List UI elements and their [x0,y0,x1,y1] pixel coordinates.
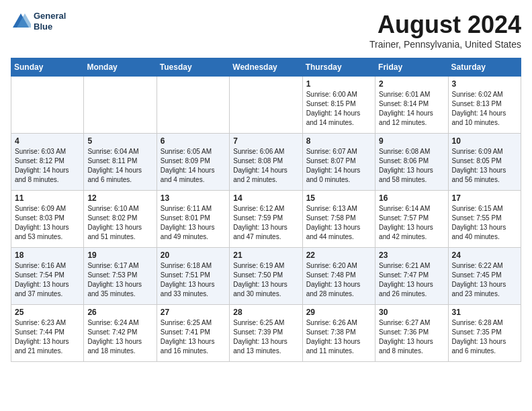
title-area: August 2024 Trainer, Pennsylvania, Unite… [369,11,521,50]
header-friday: Friday [375,58,448,77]
header-row: SundayMondayTuesdayWednesdayThursdayFrid… [11,58,521,77]
day-number: 17 [452,193,517,203]
day-number: 19 [87,250,152,260]
cell-info-line: and 23 minutes. [452,289,517,299]
cell-info-line: Daylight: 13 hours [15,223,80,232]
cell-info-line: and 35 minutes. [87,289,152,299]
cell-info-line: and 12 minutes. [379,118,444,128]
week-row-5: 25Sunrise: 6:23 AMSunset: 7:44 PMDayligh… [11,305,521,362]
cell-info-line: Sunset: 8:03 PM [15,214,80,223]
day-number: 14 [233,193,298,203]
cell-info-line: Sunset: 7:44 PM [15,328,80,337]
cell-info-line: Daylight: 13 hours [306,280,371,289]
day-number: 8 [306,136,371,146]
cell-info-line: and 58 minutes. [379,175,444,185]
cell-info-line: Sunrise: 6:16 AM [15,261,80,271]
header-monday: Monday [84,58,157,77]
cell-info-line: Daylight: 13 hours [161,337,226,347]
page-header: General Blue August 2024 Trainer, Pennsy… [11,11,521,50]
cell-info-line: Sunrise: 6:18 AM [161,261,226,271]
calendar-cell: 7Sunrise: 6:06 AMSunset: 8:08 PMDaylight… [230,134,302,191]
cell-info-line: Daylight: 14 hours [87,166,152,175]
day-number: 9 [379,136,444,146]
cell-info-line: Sunset: 7:57 PM [379,214,444,223]
calendar-cell: 27Sunrise: 6:25 AMSunset: 7:41 PMDayligh… [157,305,229,362]
cell-info-line: Sunrise: 6:22 AM [452,261,517,271]
cell-info-line: Sunset: 8:06 PM [379,156,444,166]
cell-info-line: Sunset: 8:05 PM [452,156,517,166]
calendar-cell: 6Sunrise: 6:05 AMSunset: 8:09 PMDaylight… [157,134,229,191]
cell-info-line: and 8 minutes. [379,347,444,356]
calendar-cell [84,77,157,134]
cell-info-line: Daylight: 13 hours [15,337,80,347]
cell-info-line: Daylight: 13 hours [452,223,517,232]
day-number: 15 [306,193,371,203]
cell-info-line: and 6 minutes. [452,347,517,356]
calendar-cell [11,77,84,134]
cell-info-line: and 21 minutes. [15,347,80,356]
day-number: 18 [15,250,80,260]
cell-info-line: Sunrise: 6:12 AM [233,204,298,214]
cell-info-line: Sunset: 7:39 PM [233,328,298,337]
cell-info-line: Sunrise: 6:24 AM [87,318,152,328]
cell-info-line: Sunset: 8:01 PM [161,214,226,223]
cell-info-line: and 37 minutes. [15,289,80,299]
week-row-2: 4Sunrise: 6:03 AMSunset: 8:12 PMDaylight… [11,134,521,191]
calendar-cell: 26Sunrise: 6:24 AMSunset: 7:42 PMDayligh… [84,305,157,362]
cell-info-line: Sunset: 7:47 PM [379,271,444,280]
cell-info-line: and 49 minutes. [161,232,226,242]
cell-info-line: and 2 minutes. [233,175,298,185]
week-row-1: 1Sunrise: 6:00 AMSunset: 8:15 PMDaylight… [11,77,521,134]
calendar-cell: 1Sunrise: 6:00 AMSunset: 8:15 PMDaylight… [302,77,375,134]
cell-info-line: Sunrise: 6:28 AM [452,318,517,328]
day-number: 12 [87,193,152,203]
cell-info-line: Daylight: 14 hours [379,109,444,118]
cell-info-line: Daylight: 14 hours [15,166,80,175]
cell-info-line: Daylight: 13 hours [233,280,298,289]
calendar-cell: 25Sunrise: 6:23 AMSunset: 7:44 PMDayligh… [11,305,84,362]
calendar-cell: 10Sunrise: 6:09 AMSunset: 8:05 PMDayligh… [448,134,521,191]
header-thursday: Thursday [302,58,375,77]
calendar-cell: 11Sunrise: 6:09 AMSunset: 8:03 PMDayligh… [11,191,84,248]
cell-info-line: and 42 minutes. [379,232,444,242]
cell-info-line: and 47 minutes. [233,232,298,242]
day-number: 1 [306,79,371,89]
cell-info-line: and 10 minutes. [452,118,517,128]
cell-info-line: Sunset: 7:35 PM [452,328,517,337]
calendar-cell: 4Sunrise: 6:03 AMSunset: 8:12 PMDaylight… [11,134,84,191]
cell-info-line: and 30 minutes. [233,289,298,299]
cell-info-line: and 13 minutes. [233,347,298,356]
cell-info-line: Sunrise: 6:07 AM [306,147,371,156]
day-number: 20 [161,250,226,260]
cell-info-line: Sunset: 8:12 PM [15,156,80,166]
cell-info-line: Sunrise: 6:11 AM [161,204,226,214]
cell-info-line: Sunset: 7:36 PM [379,328,444,337]
day-number: 27 [161,308,226,317]
cell-info-line: Daylight: 14 hours [161,166,226,175]
cell-info-line: Daylight: 13 hours [87,223,152,232]
calendar-cell: 18Sunrise: 6:16 AMSunset: 7:54 PMDayligh… [11,248,84,305]
day-number: 2 [379,79,444,89]
cell-info-line: Sunset: 7:50 PM [233,271,298,280]
day-number: 16 [379,193,444,203]
day-number: 24 [452,250,517,260]
logo-text: General Blue [34,11,66,32]
cell-info-line: Daylight: 13 hours [233,223,298,232]
calendar-cell [157,77,229,134]
cell-info-line: and 4 minutes. [161,175,226,185]
calendar-cell: 9Sunrise: 6:08 AMSunset: 8:06 PMDaylight… [375,134,448,191]
calendar-cell: 29Sunrise: 6:26 AMSunset: 7:38 PMDayligh… [302,305,375,362]
day-number: 26 [87,308,152,317]
calendar-cell: 12Sunrise: 6:10 AMSunset: 8:02 PMDayligh… [84,191,157,248]
cell-info-line: Daylight: 13 hours [452,337,517,347]
cell-info-line: Daylight: 13 hours [15,280,80,289]
cell-info-line: and 11 minutes. [306,347,371,356]
cell-info-line: Sunrise: 6:21 AM [379,261,444,271]
cell-info-line: and 0 minutes. [306,175,371,185]
cell-info-line: Sunrise: 6:04 AM [87,147,152,156]
cell-info-line: Daylight: 13 hours [161,280,226,289]
cell-info-line: Sunset: 8:13 PM [452,99,517,109]
cell-info-line: Sunrise: 6:05 AM [161,147,226,156]
day-number: 30 [379,308,444,317]
cell-info-line: Sunrise: 6:15 AM [452,204,517,214]
